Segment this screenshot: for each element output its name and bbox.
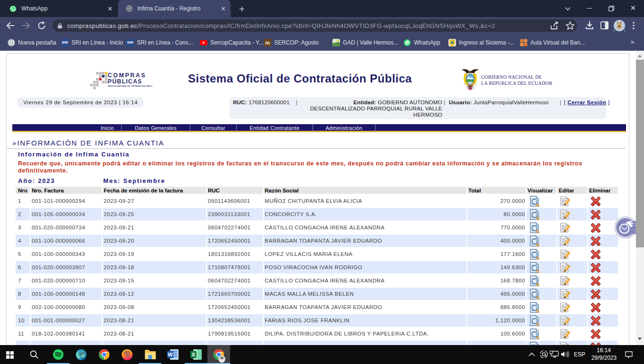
svg-text:COMPRAS: COMPRAS: [108, 72, 146, 79]
svg-text:PÚBLICAS: PÚBLICAS: [108, 78, 143, 85]
svg-text:GOBIERNO NACIONAL DE: GOBIERNO NACIONAL DE: [481, 74, 542, 80]
svg-text:SERVICIO NACIONAL DE CONTRATAC: SERVICIO NACIONAL DE CONTRATACIÓN PÚBLIC…: [108, 85, 153, 87]
svg-text:W: W: [168, 352, 173, 357]
svg-text:LA REPUBLICA DEL ECUADOR: LA REPUBLICA DEL ECUADOR: [481, 81, 552, 86]
svg-text:X: X: [192, 352, 196, 357]
